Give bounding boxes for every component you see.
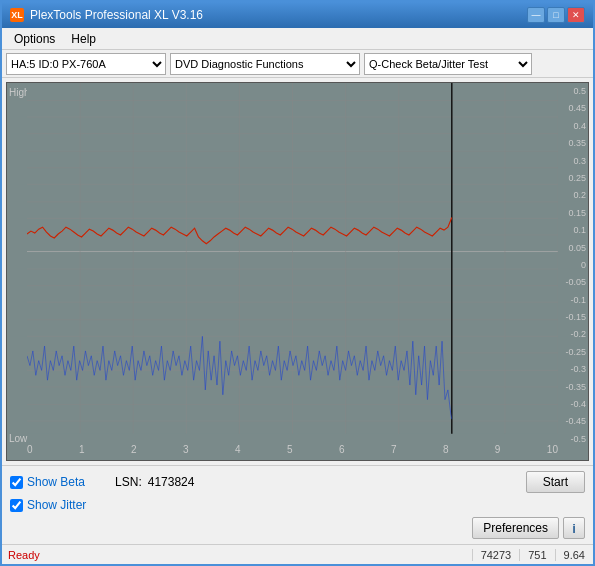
info-icon: i xyxy=(572,521,576,536)
function-selector[interactable]: DVD Diagnostic Functions xyxy=(170,53,360,75)
maximize-button[interactable]: □ xyxy=(547,7,565,23)
status-num1: 74273 xyxy=(472,549,520,561)
test-selector[interactable]: Q-Check Beta/Jitter Test xyxy=(364,53,532,75)
bottom-panel: Show Beta LSN: 4173824 Start Show Jitter… xyxy=(2,465,593,544)
show-jitter-label[interactable]: Show Jitter xyxy=(10,498,86,512)
chart-container: High Low xyxy=(6,82,589,461)
info-button[interactable]: i xyxy=(563,517,585,539)
status-numbers: 74273 751 9.64 xyxy=(472,549,593,561)
bottom-row3: Preferences i xyxy=(10,516,585,540)
menu-help[interactable]: Help xyxy=(63,30,104,48)
x-label-7: 7 xyxy=(391,444,397,460)
status-num2: 751 xyxy=(519,549,554,561)
drive-selector[interactable]: HA:5 ID:0 PX-760A xyxy=(6,53,166,75)
show-beta-label[interactable]: Show Beta xyxy=(10,475,85,489)
close-button[interactable]: ✕ xyxy=(567,7,585,23)
menu-options[interactable]: Options xyxy=(6,30,63,48)
x-label-10: 10 xyxy=(547,444,558,460)
window-title: PlexTools Professional XL V3.16 xyxy=(30,8,203,22)
jitter-label-text: Show Jitter xyxy=(27,498,86,512)
lsn-label: LSN: xyxy=(115,475,142,489)
y-label-low: Low xyxy=(9,433,27,444)
bottom-row2: Show Jitter xyxy=(10,494,585,516)
x-label-1: 1 xyxy=(79,444,85,460)
toolbar: HA:5 ID:0 PX-760A DVD Diagnostic Functio… xyxy=(2,50,593,78)
x-label-6: 6 xyxy=(339,444,345,460)
minimize-button[interactable]: — xyxy=(527,7,545,23)
title-controls: — □ ✕ xyxy=(527,7,585,23)
main-window: XL PlexTools Professional XL V3.16 — □ ✕… xyxy=(0,0,595,566)
status-bar: Ready 74273 751 9.64 xyxy=(2,544,593,564)
title-bar: XL PlexTools Professional XL V3.16 — □ ✕ xyxy=(2,2,593,28)
menu-bar: Options Help xyxy=(2,28,593,50)
x-label-5: 5 xyxy=(287,444,293,460)
show-jitter-checkbox[interactable] xyxy=(10,499,23,512)
y-axis-right: 0.5 0.45 0.4 0.35 0.3 0.25 0.2 0.15 0.1 … xyxy=(565,87,586,444)
beta-label-text: Show Beta xyxy=(27,475,85,489)
x-label-0: 0 xyxy=(27,444,33,460)
bottom-row1: Show Beta LSN: 4173824 Start xyxy=(10,470,585,494)
lsn-value: 4173824 xyxy=(148,475,195,489)
status-num3: 9.64 xyxy=(555,549,593,561)
chart-svg xyxy=(27,83,558,434)
x-axis-labels: 0 1 2 3 4 5 6 7 8 9 10 xyxy=(27,444,558,460)
x-label-8: 8 xyxy=(443,444,449,460)
start-button[interactable]: Start xyxy=(526,471,585,493)
show-beta-checkbox[interactable] xyxy=(10,476,23,489)
x-label-9: 9 xyxy=(495,444,501,460)
title-bar-left: XL PlexTools Professional XL V3.16 xyxy=(10,8,203,22)
x-label-3: 3 xyxy=(183,444,189,460)
lsn-area: LSN: 4173824 xyxy=(115,475,194,489)
app-icon: XL xyxy=(10,8,24,22)
preferences-button[interactable]: Preferences xyxy=(472,517,559,539)
status-ready: Ready xyxy=(2,549,472,561)
x-label-4: 4 xyxy=(235,444,241,460)
x-label-2: 2 xyxy=(131,444,137,460)
